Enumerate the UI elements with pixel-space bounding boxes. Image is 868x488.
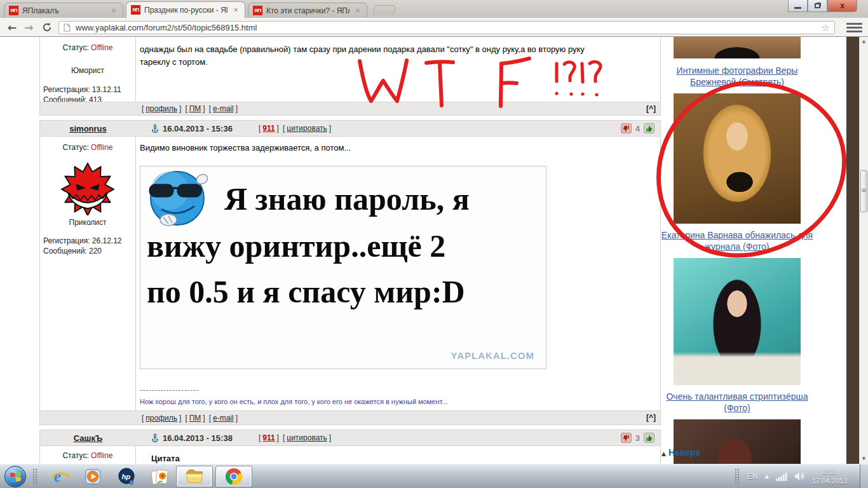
tab-yaplakal[interactable]: ЯП ЯПлакалъ × [4, 3, 123, 18]
close-button[interactable]: x [827, 0, 857, 12]
meme-text-line: Я знаю пароль, я [224, 180, 470, 217]
start-button[interactable] [4, 466, 26, 487]
post-text: однажды был на свадьбе (правильной) там … [140, 43, 601, 69]
scroll-up-arrow-icon[interactable]: ▲ [860, 37, 868, 46]
quote-block-label: Цитата [151, 454, 651, 463]
scroll-down-arrow-icon[interactable]: ▼ [860, 454, 868, 464]
teaser-link-3[interactable]: Очень талантливая стриптизёрша (Фото) [661, 391, 813, 414]
post-number-link[interactable]: 911 [262, 433, 275, 442]
watermark: YAPLAKAL.COM [451, 350, 534, 361]
pm-link[interactable]: ПМ [189, 104, 201, 113]
forum-post: СашкЪ 16.04.2013 - 15:38 [911] [цитирова… [39, 430, 661, 464]
internet-explorer-icon[interactable]: e [51, 467, 70, 486]
tab-prazdnik-active[interactable]: ЯП Праздник по-русски - ЯП × [126, 1, 245, 18]
post-number-link[interactable]: 911 [262, 124, 275, 133]
scroll-up-link[interactable]: [^] [646, 104, 656, 113]
photo-viewer-icon[interactable] [150, 467, 169, 486]
anchor-icon[interactable] [151, 433, 159, 443]
up-triangle-icon: ▲ [661, 451, 666, 457]
language-indicator[interactable]: EN [747, 472, 758, 481]
bookmark-star-icon[interactable]: ☆ [822, 22, 830, 34]
volume-icon[interactable] [794, 471, 805, 481]
scrollbar-thumb[interactable] [860, 170, 867, 212]
pm-link[interactable]: ПМ [189, 414, 201, 423]
signature-text: Нож хорош для того, у кого он есть, и пл… [140, 398, 651, 405]
user-status: Статус: Offline [40, 451, 135, 460]
svg-text:hp: hp [122, 472, 131, 480]
url-text: www.yaplakal.com/forum2/st/50/topic56891… [76, 23, 822, 32]
restore-button[interactable] [808, 0, 827, 12]
quote-link[interactable]: цитировать [287, 433, 327, 442]
clock[interactable]: 3:03 17.04.2013 [812, 467, 847, 485]
hp-icon[interactable]: hp [117, 467, 136, 486]
system-tray: EN ▲ 3:03 17.04.2013 [735, 464, 868, 488]
avatar [60, 159, 116, 215]
teaser-link-2[interactable]: Екатерина Варнава обнажилась для журнала… [661, 229, 813, 253]
tab-close-icon[interactable]: × [109, 6, 118, 15]
anchor-icon[interactable] [151, 124, 159, 133]
author-link[interactable]: simonrus [69, 124, 107, 133]
tab-title: Праздник по-русски - ЯП [144, 6, 227, 15]
tab-title: ЯПлакалъ [22, 6, 105, 15]
network-icon[interactable] [776, 472, 787, 481]
address-bar[interactable]: www.yaplakal.com/forum2/st/50/topic56891… [58, 21, 835, 34]
smiley-sunglasses-icon [143, 169, 214, 230]
user-status: Статус: Offline [40, 43, 135, 52]
post-rating: 4 [621, 123, 660, 133]
hidden-icons-arrow-icon[interactable]: ▲ [765, 473, 769, 479]
user-info-column: Статус: Offline [40, 446, 136, 464]
thumb-up-icon[interactable] [644, 123, 654, 133]
rating-count: 3 [635, 433, 640, 443]
profile-link[interactable]: профиль [146, 414, 177, 423]
tab-close-icon[interactable]: × [353, 6, 362, 15]
user-status: Статус: Offline [40, 143, 135, 152]
signature-divider: -------------------- [140, 386, 651, 393]
teaser-link-1[interactable]: Интимные фотографии Веры Брежневой (Смот… [661, 65, 813, 88]
thumb-up-icon[interactable] [644, 433, 654, 443]
forward-icon[interactable]: → [24, 21, 33, 34]
photo-teaser-3[interactable] [674, 258, 801, 385]
vertical-scrollbar[interactable]: ▲ ▼ [859, 37, 868, 464]
user-info-column: Статус: Offline Юморист Регистрация: 13.… [40, 37, 136, 102]
windows-explorer-taskbar-button[interactable] [176, 466, 213, 487]
thumb-down-icon[interactable] [621, 433, 632, 443]
new-tab-button[interactable] [372, 5, 397, 15]
thumb-down-icon[interactable] [621, 123, 632, 133]
tab-close-icon[interactable]: × [231, 6, 240, 14]
reload-icon[interactable] [41, 22, 53, 33]
post-header: СашкЪ 16.04.2013 - 15:38 [911] [цитирова… [40, 430, 660, 446]
photo-teaser-1[interactable] [674, 37, 801, 58]
back-icon[interactable]: ← [8, 21, 17, 34]
email-link[interactable]: e-mail [213, 104, 234, 113]
chrome-taskbar-button[interactable] [215, 466, 252, 487]
yaplakal-favicon-icon: ЯП [131, 5, 140, 15]
post-header: simonrus 16.04.2013 - 15:36 [911] [цитир… [40, 121, 660, 137]
user-info-column: Статус: Offline Прик [40, 137, 136, 410]
scroll-up-link[interactable]: [^] [646, 413, 656, 422]
quote-link[interactable]: цитировать [287, 124, 327, 133]
teaser-sidebar: Интимные фотографии Веры Брежневой (Смот… [661, 37, 813, 464]
profile-link[interactable]: профиль [146, 104, 177, 113]
post-date: 16.04.2013 - 15:36 [163, 124, 233, 133]
user-rank: Юморист [40, 66, 135, 75]
back-to-top-link[interactable]: ▲Наверх [661, 447, 700, 458]
taskbar-grip [32, 468, 38, 485]
post-footer: [профиль] [ПМ] [e-mail] [^] [40, 102, 660, 115]
photo-teaser-2[interactable] [674, 93, 801, 224]
windows-media-player-icon[interactable] [84, 467, 103, 486]
folder-icon [185, 467, 204, 486]
tray-time: 3:03 [812, 467, 847, 476]
email-link[interactable]: e-mail [213, 414, 234, 423]
window-controls: x [788, 0, 857, 12]
chrome-menu-icon[interactable] [846, 23, 862, 32]
svg-text:e: e [54, 467, 61, 485]
show-desktop-button[interactable] [860, 464, 868, 488]
minimize-button[interactable] [788, 0, 808, 12]
page-background-strip [846, 37, 859, 464]
tab-starichki[interactable]: ЯП Кто эти старички? - ЯПла × [248, 3, 367, 18]
post-date: 16.04.2013 - 15:38 [163, 433, 233, 443]
tray-date: 17.04.2013 [812, 477, 847, 485]
page-icon [64, 24, 71, 32]
author-link[interactable]: СашкЪ [74, 433, 102, 443]
user-messages: Сообщений: 220 [40, 247, 135, 255]
